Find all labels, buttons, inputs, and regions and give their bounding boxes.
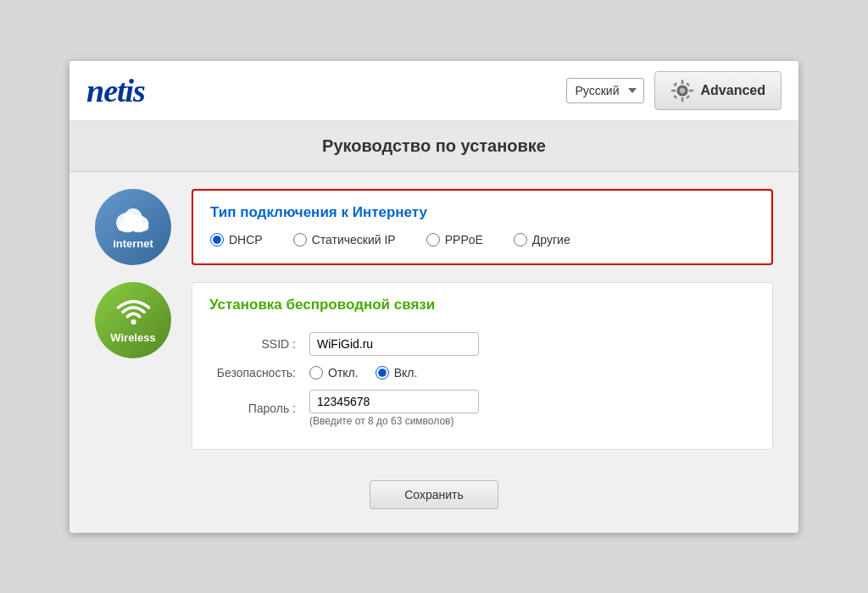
- security-on-text: Вкл.: [394, 366, 418, 380]
- radio-dhcp[interactable]: DHCP: [210, 233, 263, 247]
- security-row: Безопасность: Откл. Вкл.: [209, 361, 755, 385]
- password-hint: (Введите от 8 до 63 символов): [309, 415, 748, 427]
- radio-pppoe-input[interactable]: [426, 233, 440, 247]
- svg-rect-1: [681, 79, 683, 82]
- gear-icon: [670, 79, 694, 103]
- svg-rect-8: [686, 94, 690, 98]
- main-container: netis Русский English: [70, 61, 798, 533]
- svg-rect-7: [673, 94, 677, 98]
- wireless-icon: Wireless: [95, 282, 171, 358]
- svg-rect-4: [689, 89, 693, 91]
- radio-pppoe[interactable]: PPPoE: [426, 233, 483, 247]
- internet-section: internet Тип подключения к Интернету DHC…: [95, 189, 773, 265]
- svg-point-15: [131, 319, 136, 324]
- wifi-icon: [114, 296, 153, 326]
- wireless-form: SSID : Безопасность: Откл.: [209, 327, 755, 432]
- internet-box: Тип подключения к Интернету DHCP Статиче…: [192, 189, 773, 265]
- content: internet Тип подключения к Интернету DHC…: [70, 172, 798, 533]
- cloud-icon: [112, 204, 154, 234]
- security-on-label[interactable]: Вкл.: [376, 366, 418, 380]
- password-row: Пароль : (Введите от 8 до 63 символов): [209, 385, 755, 432]
- wireless-section: Wireless Установка беспроводной связи SS…: [95, 282, 773, 450]
- svg-rect-5: [673, 82, 677, 86]
- logo: netis: [86, 72, 145, 109]
- radio-pppoe-label: PPPoE: [445, 233, 483, 247]
- radio-other-input[interactable]: [514, 233, 527, 247]
- radio-dhcp-label: DHCP: [229, 233, 263, 247]
- internet-label: internet: [113, 237, 153, 250]
- ssid-row: SSID :: [209, 327, 755, 361]
- security-options: Откл. Вкл.: [309, 366, 748, 380]
- advanced-button[interactable]: Advanced: [654, 71, 782, 110]
- security-on-radio[interactable]: [376, 366, 389, 380]
- radio-other-label: Другие: [532, 233, 570, 247]
- wireless-box: Установка беспроводной связи SSID : Безо…: [192, 282, 773, 450]
- radio-other[interactable]: Другие: [514, 233, 570, 247]
- password-label: Пароль :: [209, 385, 303, 432]
- svg-point-10: [679, 87, 684, 92]
- save-area: Сохранить: [95, 467, 773, 516]
- wireless-label: Wireless: [110, 331, 155, 344]
- ssid-label: SSID :: [209, 327, 303, 361]
- page-title: Руководство по установке: [70, 121, 798, 172]
- advanced-label: Advanced: [701, 83, 765, 98]
- password-input[interactable]: [309, 390, 479, 413]
- security-off-text: Откл.: [328, 366, 359, 380]
- svg-rect-3: [670, 89, 674, 91]
- ssid-input[interactable]: [309, 332, 479, 356]
- wireless-section-title: Установка беспроводной связи: [209, 296, 755, 313]
- svg-rect-14: [118, 222, 149, 230]
- radio-static-input[interactable]: [293, 233, 307, 247]
- security-off-label[interactable]: Откл.: [309, 366, 359, 380]
- radio-static-label: Статический IP: [312, 233, 396, 247]
- header: netis Русский English: [70, 61, 798, 121]
- security-off-radio[interactable]: [309, 366, 323, 380]
- security-label: Безопасность:: [209, 361, 303, 385]
- internet-section-title: Тип подключения к Интернету: [210, 204, 754, 221]
- header-right: Русский English: [566, 71, 782, 110]
- connection-type-row: DHCP Статический IP PPPoE Другие: [210, 233, 754, 247]
- radio-dhcp-input[interactable]: [210, 233, 224, 247]
- svg-rect-6: [686, 82, 690, 86]
- save-button[interactable]: Сохранить: [370, 480, 498, 509]
- radio-static[interactable]: Статический IP: [293, 233, 396, 247]
- svg-rect-2: [681, 97, 683, 101]
- language-select[interactable]: Русский English: [566, 78, 644, 103]
- internet-icon: internet: [95, 189, 171, 265]
